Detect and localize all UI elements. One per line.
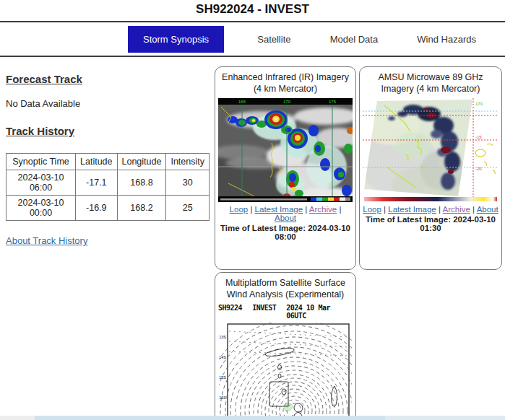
amsu-colorbar — [364, 197, 497, 201]
amsu-links: Loop | Latest Image | Archive | About — [363, 205, 498, 214]
bottom-scrollbar[interactable] — [0, 416, 505, 420]
tab-model-data[interactable]: Model Data — [324, 27, 384, 52]
link-separator: | — [384, 205, 386, 214]
enhanced-ir-links: Loop | Latest Image | Archive | About — [218, 205, 353, 222]
tab-wind-hazards[interactable]: Wind Hazards — [411, 27, 482, 52]
loop-link[interactable]: Loop — [363, 205, 381, 214]
cell-intensity: 30 — [166, 170, 210, 196]
col-latitude: Latitude — [76, 154, 117, 170]
wind-axis-label: 15S — [219, 375, 226, 380]
panel-enhanced-ir: Enhanced Infrared (IR) Imagery (4 km Mer… — [215, 66, 356, 270]
link-separator: | — [472, 205, 475, 214]
panel-amsu-microwave: AMSU Microwave 89 GHz Imagery (4 km Merc… — [359, 66, 502, 270]
panel-enhanced-ir-title: Enhanced Infrared (IR) Imagery (4 km Mer… — [218, 71, 353, 95]
table-row: 2024-03-10 00:00 -16.9 168.2 25 — [7, 196, 210, 221]
link-separator: | — [305, 205, 307, 214]
tab-bar: Storm Synopsis Satellite Model Data Wind… — [0, 22, 505, 56]
wind-axis-label: 13S — [219, 335, 226, 339]
table-row: 2024-03-10 06:00 -17.1 168.8 30 — [7, 170, 210, 196]
cell-latitude: -16.9 — [76, 196, 117, 221]
latest-image-link[interactable]: Latest Image — [388, 205, 436, 214]
forecast-track-status: No Data Available — [6, 98, 210, 109]
wind-axis-label: 16S — [219, 395, 226, 400]
enhanced-ir-image[interactable]: 165 170 175 — [218, 98, 353, 202]
archive-link[interactable]: Archive — [443, 205, 470, 214]
left-column: Forecast Track No Data Available Track H… — [6, 57, 210, 247]
loop-link[interactable]: Loop — [230, 205, 249, 214]
about-link[interactable]: About — [275, 214, 296, 222]
link-separator: | — [439, 205, 441, 214]
wind-image-header: SH9224 INVEST 2024 10 Mar 06UTC — [218, 304, 353, 320]
track-history-heading: Track History — [6, 125, 210, 137]
amsu-image[interactable]: 170 -15 -20 — [363, 98, 498, 202]
about-track-history-link[interactable]: About Track History — [6, 235, 87, 246]
ir-grid-label: 170 — [283, 100, 291, 104]
wind-analysis-image[interactable]: 13S 14S 15S 16S 17S 18S 19S 20S — [219, 323, 352, 420]
panel-wind-analysis-title: Multiplatform Satellite Surface Wind Ana… — [218, 277, 353, 301]
amsu-grid-label-lon: 170 — [475, 102, 483, 106]
archive-link[interactable]: Archive — [309, 205, 337, 214]
amsu-grid-label-lat: -15 — [475, 135, 482, 139]
scrollbar-track[interactable] — [385, 416, 505, 420]
cell-synoptic-time: 2024-03-10 00:00 — [7, 196, 76, 221]
enhanced-ir-latest-time: Time of Latest Image: 2024-03-10 08:00 — [218, 224, 353, 241]
link-separator: | — [250, 205, 252, 214]
ir-grid-label: 175 — [329, 100, 337, 104]
col-synoptic-time: Synoptic Time — [7, 154, 76, 170]
table-header-row: Synoptic Time Latitude Longitude Intensi… — [7, 154, 210, 170]
panel-wind-analysis: Multiplatform Satellite Surface Wind Ana… — [215, 272, 356, 420]
latest-image-link[interactable]: Latest Image — [255, 205, 303, 214]
forecast-track-heading: Forecast Track — [6, 73, 210, 85]
tab-satellite[interactable]: Satellite — [251, 27, 296, 52]
panel-amsu-title: AMSU Microwave 89 GHz Imagery (4 km Merc… — [363, 71, 498, 95]
wind-storm-id: SH9224 — [218, 304, 242, 320]
wind-datetime: 2024 10 Mar 06UTC — [286, 304, 353, 320]
main-content: Forecast Track No Data Available Track H… — [0, 57, 505, 420]
track-history-table: Synoptic Time Latitude Longitude Intensi… — [6, 153, 210, 221]
cell-longitude: 168.2 — [117, 196, 166, 221]
col-longitude: Longitude — [117, 154, 166, 170]
scrollbar-thumb[interactable] — [35, 416, 385, 420]
cell-longitude: 168.8 — [117, 170, 166, 196]
page-title: SH922024 - INVEST — [0, 0, 505, 17]
wind-axis-label: 14S — [219, 355, 226, 359]
ir-grid-label: 165 — [238, 100, 246, 104]
tab-storm-synopsis[interactable]: Storm Synopsis — [128, 26, 224, 53]
link-separator: | — [339, 205, 341, 214]
cell-intensity: 25 — [166, 196, 210, 221]
storm-page: SH922024 - INVEST Storm Synopsis Satelli… — [0, 0, 505, 420]
wind-storm-name: INVEST — [252, 304, 276, 320]
cell-synoptic-time: 2024-03-10 06:00 — [7, 170, 76, 196]
col-intensity: Intensity — [166, 154, 210, 170]
amsu-grid-label-lat: -20 — [475, 167, 482, 171]
about-link[interactable]: About — [477, 205, 498, 214]
amsu-latest-time: Time of Latest Image: 2024-03-10 01:30 — [363, 215, 498, 232]
cell-latitude: -17.1 — [76, 170, 117, 196]
